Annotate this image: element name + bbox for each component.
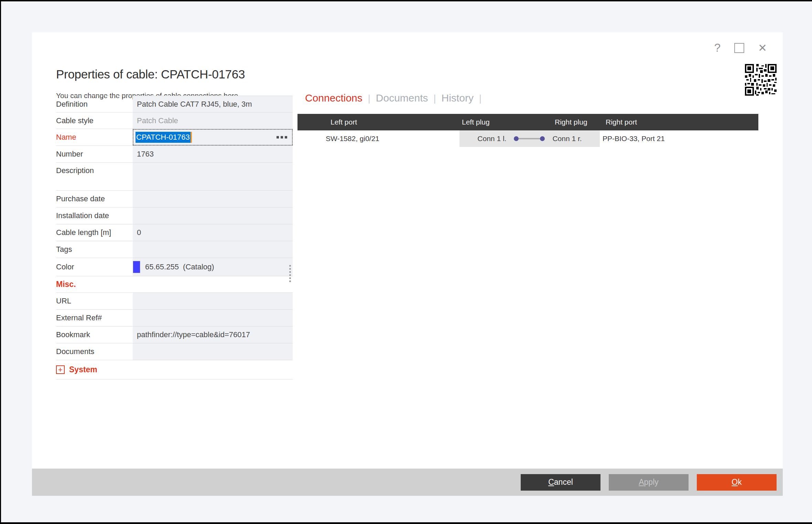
definition-value[interactable]: Patch Cable CAT7 RJ45, blue, 3m [133,96,293,112]
cable-properties-form: Definition Patch Cable CAT7 RJ45, blue, … [56,96,293,379]
url-value[interactable] [133,293,293,309]
table-header-row: Left port Left plug Right plug Right por… [297,114,758,130]
form-row-description: Description [56,163,293,191]
form-row-tags: Tags [56,241,293,258]
ellipsis-button[interactable] [277,136,287,139]
field-label: Cable length [m] [56,228,133,237]
section-system: + System [56,360,293,379]
field-label: Color [56,263,133,271]
text-caret [191,132,192,143]
misc-section-label: Misc. [56,280,293,289]
cable-style-value: Patch Cable [133,113,293,129]
form-row-documents: Documents [56,343,293,360]
cable-length-value[interactable]: 0 [133,224,293,241]
column-header-right-plug: Right plug [555,118,587,126]
tab-bar: Connections | Documents | History | [305,92,487,104]
color-text: 65.65.255 (Catalog) [145,263,214,271]
selected-text: CPATCH-01763 [136,132,191,143]
form-row-color: Color 65.65.255 (Catalog) [56,258,293,276]
field-label: Tags [56,245,133,254]
form-row-purchase-date: Purchase date [56,191,293,207]
tab-connections[interactable]: Connections [305,92,362,104]
color-swatch[interactable] [133,261,140,273]
installation-date-value[interactable] [133,207,293,224]
close-icon[interactable]: ✕ [758,42,767,54]
apply-button[interactable]: Apply [609,474,689,491]
purchase-date-value[interactable] [133,191,293,207]
system-section-label: System [69,365,97,374]
color-value[interactable]: 65.65.255 (Catalog) [133,258,293,276]
column-header-left-plug: Left plug [462,118,490,126]
form-row-name: Name CPATCH-01763 [56,129,293,146]
dialog-footer-bar: Cancel Apply Ok [32,469,783,496]
name-input[interactable]: CPATCH-01763 [133,129,293,146]
left-port-cell[interactable]: SW-1582, gi0/21 [326,135,379,143]
description-value[interactable] [133,163,293,190]
page-title: Properties of cable: CPATCH-01763 [56,67,245,81]
ok-button[interactable]: Ok [697,474,777,491]
tab-separator: | [368,93,370,104]
table-row[interactable]: SW-1582, gi0/21 Conn 1 l. Conn 1 r. PP-B… [297,130,758,147]
column-header-right-port: Right port [606,118,637,126]
form-row-number: Number 1763 [56,146,293,163]
form-row-url: URL [56,293,293,310]
documents-value[interactable] [133,343,293,360]
field-label: Description [56,166,133,175]
connector-line [519,138,540,139]
tags-value[interactable] [133,241,293,258]
panel-splitter-handle[interactable] [289,265,291,282]
bookmark-value[interactable]: pathfinder://type=cable&id=76017 [133,327,293,343]
tab-history[interactable]: History [442,92,474,104]
connections-table: Left port Left plug Right plug Right por… [297,114,758,147]
field-label: Bookmark [56,330,133,339]
connector-dot-left [514,136,519,141]
section-misc: Misc. [56,276,293,293]
right-port-cell[interactable]: PP-BIO-33, Port 21 [603,135,665,143]
window-controls: ? ✕ [714,41,767,54]
form-row-installation-date: Installation date [56,207,293,224]
cable-connector-icon [514,136,545,141]
left-plug-label: Conn 1 l. [477,135,506,143]
help-icon[interactable]: ? [714,41,721,54]
column-header-left-port: Left port [331,118,357,126]
form-row-cable-length: Cable length [m] 0 [56,224,293,241]
form-row-external-ref: External Ref# [56,310,293,327]
cancel-button[interactable]: Cancel [521,474,600,491]
field-label: Definition [56,100,133,109]
plug-cell[interactable]: Conn 1 l. Conn 1 r. [459,130,600,147]
form-row-cable-style: Cable style Patch Cable [56,113,293,129]
connector-dot-right [540,136,545,141]
external-ref-value[interactable] [133,310,293,326]
tab-separator: | [479,93,481,104]
expand-plus-icon[interactable]: + [56,365,65,374]
properties-dialog: Properties of cable: CPATCH-01763 You ca… [32,32,783,496]
number-value[interactable]: 1763 [133,146,293,162]
field-label: Purchase date [56,194,133,203]
field-label: URL [56,297,133,306]
tab-documents[interactable]: Documents [376,92,428,104]
form-row-bookmark: Bookmark pathfinder://type=cable&id=7601… [56,327,293,343]
tab-separator: | [434,93,436,104]
right-plug-label: Conn 1 r. [552,135,582,143]
field-label-name: Name [56,133,133,142]
field-label: Documents [56,347,133,356]
qr-code [745,64,777,96]
system-section-toggle[interactable]: + System [56,365,293,374]
field-label: Cable style [56,116,133,125]
maximize-icon[interactable] [734,43,744,53]
form-row-definition: Definition Patch Cable CAT7 RJ45, blue, … [56,96,293,113]
field-label: External Ref# [56,313,133,322]
field-label: Number [56,150,133,159]
field-label: Installation date [56,211,133,220]
screen-frame: Properties of cable: CPATCH-01763 You ca… [0,0,812,524]
